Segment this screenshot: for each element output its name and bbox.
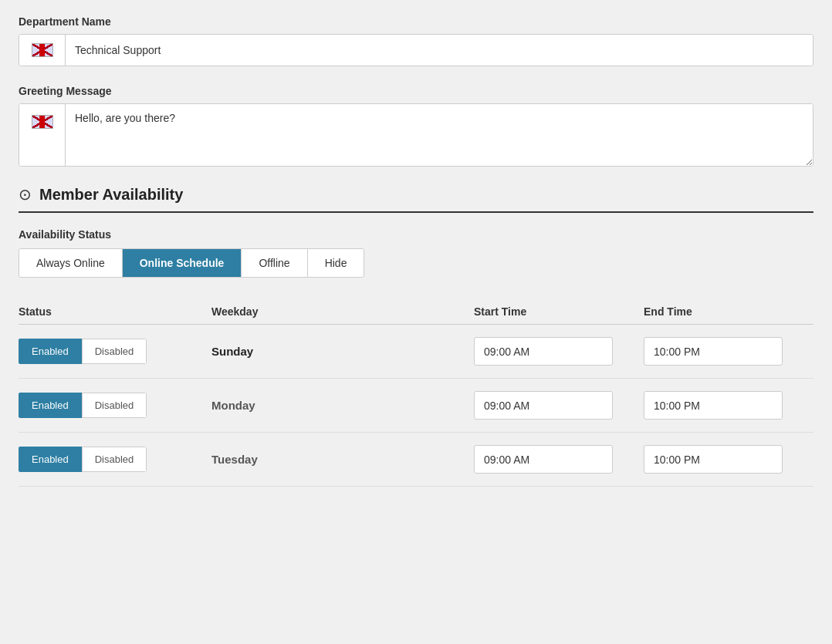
end-time-input-sunday[interactable] [644, 339, 783, 364]
department-name-group: Department Name [19, 15, 813, 66]
department-name-input[interactable] [66, 35, 813, 66]
schedule-row-monday: Enabled Disabled Monday ⊙ ⊙ [19, 379, 813, 433]
toggle-enabled-sunday[interactable]: Enabled [19, 339, 82, 364]
greeting-message-label: Greeting Message [19, 85, 813, 97]
toggle-disabled-tuesday[interactable]: Disabled [82, 447, 147, 472]
section-title: Member Availability [39, 186, 183, 204]
start-time-input-tuesday[interactable] [475, 447, 613, 472]
end-time-input-monday[interactable] [644, 393, 783, 418]
col-status: Status [19, 305, 211, 318]
page-container: Department Name Greeting Message ⊙ Membe… [0, 0, 832, 644]
greeting-message-textarea[interactable] [66, 104, 813, 166]
start-time-input-monday[interactable] [475, 393, 613, 418]
department-name-label: Department Name [19, 15, 813, 28]
end-time-monday: ⊙ [644, 391, 783, 420]
end-time-input-tuesday[interactable] [644, 447, 783, 472]
start-time-input-sunday[interactable] [475, 339, 613, 364]
start-time-tuesday: ⊙ [474, 445, 613, 474]
section-divider [19, 211, 813, 213]
toggle-disabled-sunday[interactable]: Disabled [82, 339, 147, 364]
greeting-flag-cell [19, 104, 66, 166]
weekday-sunday: Sunday [211, 345, 474, 358]
greeting-message-group: Greeting Message [19, 85, 813, 167]
schedule-row-tuesday: Enabled Disabled Tuesday ⊙ ⊙ [19, 433, 813, 487]
tab-always-online[interactable]: Always Online [19, 249, 123, 277]
clock-icon: ⊙ [19, 185, 32, 204]
toggle-disabled-monday[interactable]: Disabled [82, 393, 147, 418]
schedule-table: Status Weekday Start Time End Time Enabl… [19, 299, 813, 487]
toggle-enabled-monday[interactable]: Enabled [19, 393, 82, 418]
uk-flag-icon-greeting [32, 115, 53, 129]
toggle-group-monday: Enabled Disabled [19, 393, 147, 418]
weekday-monday: Monday [211, 399, 474, 412]
start-time-sunday: ⊙ [474, 337, 613, 366]
tab-offline[interactable]: Offline [242, 249, 307, 277]
schedule-header: Status Weekday Start Time End Time [19, 299, 813, 325]
tab-hide[interactable]: Hide [308, 249, 364, 277]
toggle-group-tuesday: Enabled Disabled [19, 447, 147, 472]
availability-tab-group: Always Online Online Schedule Offline Hi… [19, 248, 364, 278]
department-flag-cell [19, 35, 66, 66]
col-start-time: Start Time [474, 305, 644, 318]
member-availability-section: ⊙ Member Availability Availability Statu… [19, 185, 813, 487]
toggle-group-sunday: Enabled Disabled [19, 339, 147, 364]
section-header: ⊙ Member Availability [19, 185, 813, 204]
greeting-message-input-row [19, 103, 813, 167]
tab-online-schedule[interactable]: Online Schedule [123, 249, 242, 277]
weekday-tuesday: Tuesday [211, 453, 474, 466]
uk-flag-icon [32, 43, 53, 57]
end-time-tuesday: ⊙ [644, 445, 783, 474]
col-weekday: Weekday [211, 305, 474, 318]
col-end-time: End Time [644, 305, 813, 318]
toggle-enabled-tuesday[interactable]: Enabled [19, 447, 82, 472]
end-time-sunday: ⊙ [644, 337, 783, 366]
schedule-row-sunday: Enabled Disabled Sunday ⊙ ⊙ [19, 325, 813, 379]
department-name-input-row [19, 34, 813, 66]
start-time-monday: ⊙ [474, 391, 613, 420]
availability-status-label: Availability Status [19, 228, 813, 241]
